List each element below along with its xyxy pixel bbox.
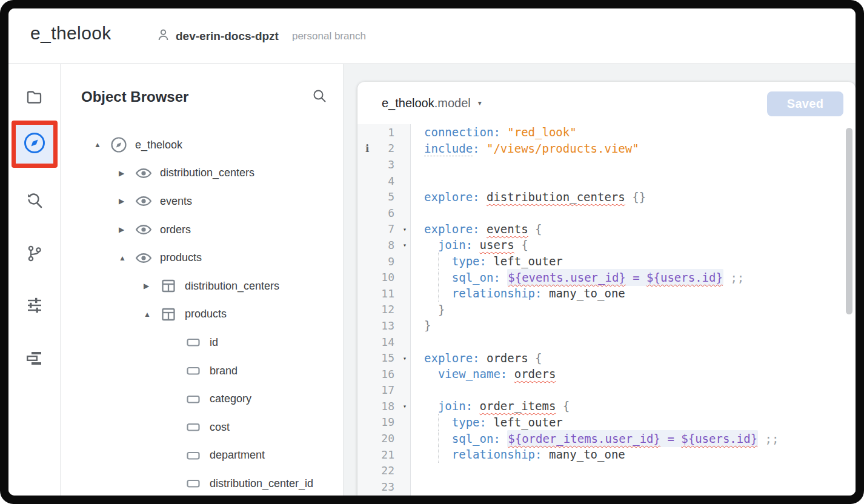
expand-arrow-icon[interactable]: ▶ — [144, 282, 157, 290]
object-browser-panel: Object Browser ▲e_thelook▶distribution_c… — [61, 64, 344, 496]
code-line-16[interactable]: 16 view_name: orders — [357, 366, 856, 382]
code-text[interactable]: explore: orders { — [411, 351, 856, 365]
editor-scrollbar[interactable] — [846, 128, 852, 314]
tree-item-products[interactable]: ▲products — [61, 244, 343, 272]
tree-item-distribution_center_id[interactable]: distribution_center_id — [61, 469, 343, 496]
tree-item-label: department — [210, 449, 265, 462]
tree-item-orders[interactable]: ▶orders — [61, 216, 343, 244]
person-icon — [156, 28, 170, 44]
code-line-23[interactable]: 23 — [357, 479, 856, 495]
code-line-18[interactable]: 18▾ join: order_items { — [357, 398, 856, 414]
sql-highlight: ${order_items.user_id} = ${users.id} — [507, 430, 758, 447]
fold-toggle-icon[interactable]: ▾ — [403, 225, 407, 232]
fold-toggle-icon[interactable]: ▾ — [403, 403, 407, 409]
code-text[interactable]: } — [411, 319, 856, 332]
code-line-19[interactable]: 19 type: left_outer — [357, 414, 856, 431]
sidebar-item-file-browser[interactable] — [20, 83, 49, 112]
code-line-9[interactable]: 9 type: left_outer — [357, 253, 856, 270]
search-icon[interactable] — [311, 88, 327, 106]
explore-eye-icon — [135, 192, 153, 210]
field-icon — [184, 391, 202, 407]
panel-title: Object Browser — [81, 88, 188, 105]
line-number: 8▾ — [357, 237, 411, 253]
tree-item-cost[interactable]: cost — [61, 413, 343, 442]
code-text[interactable]: type: left_outer — [411, 254, 856, 268]
tree-item-events[interactable]: ▶events — [61, 187, 343, 216]
tree-item-label: distribution_centers — [185, 280, 279, 293]
tree-item-distribution_centers[interactable]: ▶distribution_centers — [61, 272, 343, 300]
tree-item-label: brand — [210, 365, 238, 377]
code-line-12[interactable]: 12 } — [357, 302, 856, 318]
collapse-arrow-icon[interactable]: ▲ — [144, 310, 157, 319]
folder-icon — [25, 87, 44, 108]
sidebar-item-metadata[interactable] — [20, 345, 49, 374]
branch-type-label: personal branch — [292, 30, 366, 42]
code-line-21[interactable]: 21 relationship: many_to_one — [357, 446, 856, 463]
branch-info[interactable]: dev-erin-docs-dpzt personal branch — [156, 8, 366, 64]
code-line-22[interactable]: 22 — [357, 462, 856, 479]
code-line-14[interactable]: 14 — [357, 334, 856, 350]
sidebar-item-project-settings[interactable] — [20, 292, 49, 321]
explore-eye-icon — [135, 164, 153, 182]
code-line-1[interactable]: 1connection: "red_look" — [357, 124, 856, 141]
line-number: 13 — [357, 317, 411, 334]
expand-arrow-icon[interactable]: ▶ — [119, 169, 132, 177]
code-text[interactable]: relationship: many_to_one — [411, 287, 856, 300]
code-text[interactable]: connection: "red_look" — [411, 125, 856, 139]
view-table-icon — [159, 306, 178, 323]
code-text[interactable]: join: order_items { — [411, 399, 856, 413]
expand-arrow-icon[interactable]: ▶ — [119, 197, 132, 205]
code-line-3[interactable]: 3 — [357, 156, 856, 173]
code-line-2[interactable]: 2iinclude: "/views/products.view" — [357, 141, 856, 157]
editor-header: e_thelook.model ▾ Saved — [357, 82, 856, 124]
branch-name: dev-erin-docs-dpzt — [176, 30, 279, 43]
sidebar-item-find-replace[interactable] — [20, 187, 49, 216]
line-number: 23 — [357, 479, 411, 495]
code-text[interactable]: type: left_outer — [411, 416, 856, 429]
line-number: 16 — [357, 366, 411, 382]
tree-item-category[interactable]: category — [61, 385, 343, 413]
tree-item-brand[interactable]: brand — [61, 357, 343, 385]
tree-item-distribution_centers[interactable]: ▶distribution_centers — [61, 159, 343, 188]
field-icon — [184, 448, 202, 463]
code-line-5[interactable]: 5explore: distribution_centers {} — [357, 188, 856, 205]
code-text[interactable]: include: "/views/products.view" — [411, 142, 856, 155]
code-text[interactable]: explore: events { — [411, 222, 856, 236]
code-text[interactable]: relationship: many_to_one — [411, 448, 856, 461]
line-number: 6 — [357, 205, 411, 221]
code-line-4[interactable]: 4 — [357, 173, 856, 189]
collapse-arrow-icon[interactable]: ▲ — [119, 254, 132, 262]
tree-item-products[interactable]: ▲products — [61, 300, 343, 329]
code-line-15[interactable]: 15▾explore: orders { — [357, 350, 856, 366]
tree-item-id[interactable]: id — [61, 328, 343, 357]
info-icon[interactable]: i — [365, 142, 369, 154]
saved-button[interactable]: Saved — [767, 91, 843, 116]
code-line-6[interactable]: 6 — [357, 205, 856, 221]
code-line-17[interactable]: 17 — [357, 382, 856, 399]
sidebar-item-object-browser[interactable] — [12, 121, 58, 168]
code-text[interactable]: } — [411, 303, 856, 316]
collapse-arrow-icon[interactable]: ▲ — [94, 141, 107, 149]
fold-toggle-icon[interactable]: ▾ — [403, 354, 407, 361]
code-text[interactable]: join: users { — [411, 238, 856, 251]
fold-toggle-icon[interactable]: ▾ — [403, 242, 407, 248]
code-text[interactable]: sql_on: ${events.user_id} = ${users.id} … — [411, 271, 856, 284]
tree-item-e_thelook[interactable]: ▲e_thelook — [61, 131, 343, 159]
tree-item-department[interactable]: department — [61, 442, 343, 470]
code-line-8[interactable]: 8▾ join: users { — [357, 237, 856, 253]
file-selector-dropdown[interactable]: e_thelook.model ▾ — [382, 96, 482, 110]
code-text[interactable]: sql_on: ${order_items.user_id} = ${users… — [411, 432, 856, 445]
code-line-7[interactable]: 7▾explore: events { — [357, 221, 856, 237]
code-text[interactable]: view_name: orders — [411, 367, 856, 380]
code-line-13[interactable]: 13} — [357, 317, 856, 334]
code-editor[interactable]: 1connection: "red_look"2iinclude: "/view… — [357, 124, 856, 496]
line-number: 5 — [357, 188, 411, 205]
code-line-10[interactable]: 10 sql_on: ${events.user_id} = ${users.i… — [357, 269, 856, 285]
code-line-20[interactable]: 20 sql_on: ${order_items.user_id} = ${us… — [357, 430, 856, 446]
code-text[interactable]: explore: distribution_centers {} — [411, 190, 856, 204]
expand-arrow-icon[interactable]: ▶ — [119, 225, 132, 234]
line-number: 15▾ — [357, 350, 411, 366]
sidebar-item-git-actions[interactable] — [20, 240, 49, 269]
code-line-11[interactable]: 11 relationship: many_to_one — [357, 285, 856, 302]
line-number: 2i — [357, 141, 411, 157]
